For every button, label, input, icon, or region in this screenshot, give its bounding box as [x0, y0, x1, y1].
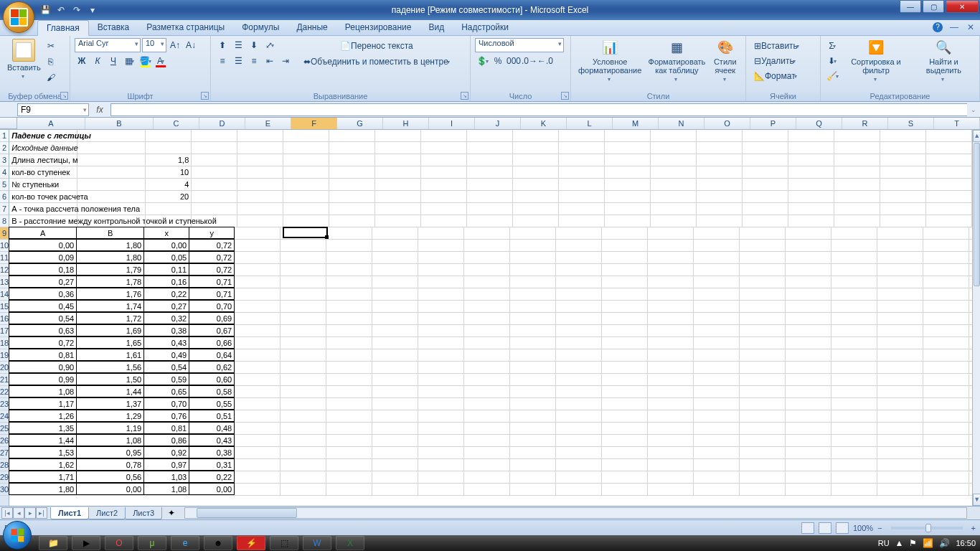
cell-D13[interactable]: 0,71 [189, 276, 235, 288]
sheet-tab-Лист3[interactable]: Лист3 [125, 507, 162, 519]
align-center-icon[interactable]: ☰ [231, 54, 245, 68]
cell-N4[interactable] [651, 166, 697, 178]
cell-M22[interactable] [602, 386, 648, 397]
cell-J23[interactable] [464, 398, 510, 410]
cell-G21[interactable] [326, 374, 372, 385]
cell-A5[interactable]: № ступеньки [9, 179, 77, 190]
cell-H7[interactable] [375, 203, 421, 215]
cell-R26[interactable] [831, 435, 877, 446]
cell-J1[interactable] [467, 130, 513, 141]
cell-C3[interactable]: 1,8 [146, 154, 192, 166]
cell-I21[interactable] [418, 374, 464, 385]
cell-J16[interactable] [464, 313, 510, 324]
cell-S18[interactable] [877, 337, 923, 349]
percent-icon[interactable]: % [491, 54, 505, 68]
col-header-N[interactable]: N [659, 118, 705, 129]
cell-O17[interactable] [694, 325, 740, 336]
cell-T30[interactable] [923, 484, 969, 495]
cell-F14[interactable] [281, 288, 326, 300]
font-name-combo[interactable]: Arial Cyr [75, 38, 141, 52]
row-header-7[interactable]: 7 [0, 203, 9, 215]
cell-D19[interactable]: 0,64 [189, 349, 235, 361]
cell-P12[interactable] [740, 264, 786, 276]
cell-K6[interactable] [513, 191, 559, 202]
cell-T22[interactable] [923, 386, 969, 397]
cell-J11[interactable] [464, 252, 510, 263]
cell-E15[interactable] [235, 301, 281, 312]
cell-C28[interactable]: 0,97 [143, 458, 189, 471]
tray-lang[interactable]: RU [878, 539, 890, 547]
cell-G18[interactable] [326, 337, 372, 349]
cell-O26[interactable] [694, 435, 740, 446]
tab-Формулы[interactable]: Формулы [233, 20, 288, 35]
cell-P16[interactable] [740, 313, 786, 324]
font-size-combo[interactable]: 10 [142, 38, 166, 52]
cell-L25[interactable] [556, 423, 602, 434]
cell-T4[interactable] [926, 166, 972, 178]
cell-D16[interactable]: 0,69 [189, 312, 235, 324]
cell-S6[interactable] [880, 191, 926, 202]
cell-B13[interactable]: 1,78 [76, 276, 144, 288]
cell-Q15[interactable] [786, 301, 831, 312]
cell-Q16[interactable] [786, 313, 831, 324]
cell-Q26[interactable] [786, 435, 831, 446]
border-icon[interactable]: ▦▾ [122, 54, 136, 68]
cell-H8[interactable] [375, 215, 421, 227]
tab-Надстройки[interactable]: Надстройки [453, 20, 517, 35]
cell-G28[interactable] [326, 459, 372, 471]
cell-P27[interactable] [740, 447, 786, 458]
cell-G4[interactable] [329, 166, 375, 178]
cell-I1[interactable] [421, 130, 467, 141]
row-header-30[interactable]: 30 [0, 484, 9, 496]
cell-J26[interactable] [464, 435, 510, 446]
cell-R14[interactable] [831, 288, 877, 300]
cell-R2[interactable] [834, 142, 880, 154]
cell-E9[interactable] [235, 227, 281, 239]
cell-J4[interactable] [467, 166, 513, 178]
cell-G2[interactable] [329, 142, 375, 154]
cell-R19[interactable] [831, 349, 877, 361]
cell-C13[interactable]: 0,16 [143, 276, 189, 288]
cell-B15[interactable]: 1,74 [76, 300, 144, 312]
row-header-27[interactable]: 27 [0, 447, 9, 459]
cell-E11[interactable] [235, 252, 281, 263]
cell-I15[interactable] [418, 301, 464, 312]
cell-S21[interactable] [877, 374, 923, 385]
cell-D15[interactable]: 0,70 [189, 300, 235, 312]
cell-K22[interactable] [510, 386, 556, 397]
cell-E13[interactable] [235, 276, 281, 288]
cell-B27[interactable]: 0,95 [76, 446, 144, 458]
wrap-text-button[interactable]: 📄 Перенос текста [298, 39, 455, 53]
cell-G27[interactable] [326, 447, 372, 458]
cell-O7[interactable] [697, 203, 743, 215]
cell-C14[interactable]: 0,22 [143, 288, 189, 300]
cell-P18[interactable] [740, 337, 786, 349]
cell-B22[interactable]: 1,44 [76, 385, 144, 397]
cell-I24[interactable] [418, 410, 464, 422]
cell-H21[interactable] [372, 374, 418, 385]
cell-S7[interactable] [880, 203, 926, 215]
cell-B26[interactable]: 1,08 [76, 434, 144, 446]
cell-S27[interactable] [877, 447, 923, 458]
cell-B4[interactable] [77, 166, 146, 178]
row-header-23[interactable]: 23 [0, 398, 9, 410]
task-excel-icon[interactable]: X [336, 536, 364, 550]
cell-K1[interactable] [513, 130, 559, 141]
qat-customize-icon[interactable]: ▾ [86, 4, 99, 17]
cell-N12[interactable] [648, 264, 694, 276]
save-icon[interactable]: 💾 [39, 4, 52, 17]
cell-B23[interactable]: 1,37 [76, 397, 144, 410]
cell-D21[interactable]: 0,60 [189, 373, 235, 385]
cell-N18[interactable] [648, 337, 694, 349]
cell-K9[interactable] [510, 227, 556, 239]
task-ie-icon[interactable]: e [171, 536, 199, 550]
dialog-launcher-icon[interactable]: ↘ [201, 92, 209, 100]
view-normal-icon[interactable] [801, 522, 814, 534]
cell-Q1[interactable] [788, 130, 834, 141]
help-icon[interactable]: ? [933, 22, 943, 32]
cell-I9[interactable] [418, 227, 464, 239]
cell-D25[interactable]: 0,48 [189, 422, 235, 434]
cell-L8[interactable] [559, 215, 605, 227]
cell-A15[interactable]: 0,45 [9, 300, 77, 312]
cell-L9[interactable] [556, 227, 602, 239]
